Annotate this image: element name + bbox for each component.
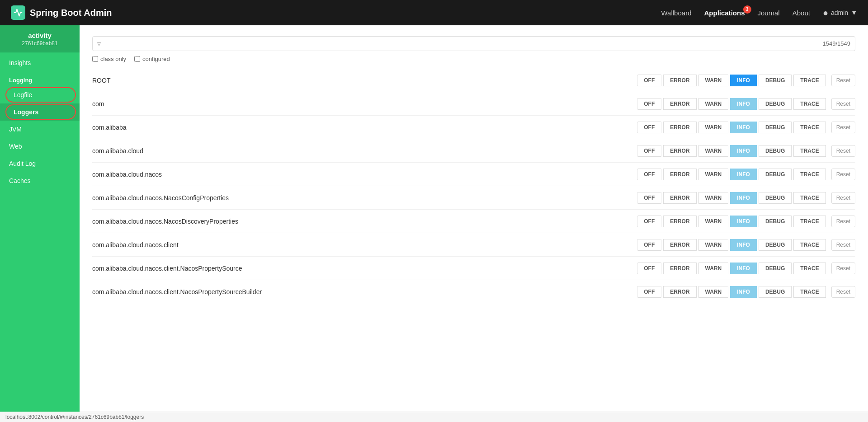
reset-button[interactable]: Reset [831,145,855,157]
configured-checkbox[interactable] [134,56,140,62]
level-btn-trace[interactable]: TRACE [793,122,826,133]
level-btn-info[interactable]: INFO [730,169,757,180]
level-btn-debug[interactable]: DEBUG [759,145,792,157]
logger-row: ROOTOFFERRORWARNINFODEBUGTRACEReset [92,69,855,92]
level-btn-trace[interactable]: TRACE [793,216,826,227]
level-btn-trace[interactable]: TRACE [793,145,826,157]
logger-controls: OFFERRORWARNINFODEBUGTRACEReset [637,286,855,298]
level-btn-off[interactable]: OFF [637,98,661,110]
logger-row: com.alibaba.cloud.nacos.NacosConfigPrope… [92,186,855,210]
level-btn-debug[interactable]: DEBUG [759,122,792,133]
reset-button[interactable]: Reset [831,98,855,110]
class-only-label[interactable]: class only [92,56,126,62]
level-btn-trace[interactable]: TRACE [793,263,826,274]
level-btn-info[interactable]: INFO [730,192,757,204]
level-btn-off[interactable]: OFF [637,216,661,227]
level-btn-info[interactable]: INFO [730,263,757,274]
level-btn-warn[interactable]: WARN [698,239,729,251]
level-btn-warn[interactable]: WARN [698,145,729,157]
reset-button[interactable]: Reset [831,122,855,133]
logger-name: com.alibaba [92,124,637,131]
level-btn-info[interactable]: INFO [730,75,757,86]
sidebar-item-caches[interactable]: Caches [0,172,80,189]
applications-link[interactable]: Applications 3 [704,9,745,17]
level-btn-trace[interactable]: TRACE [793,75,826,86]
reset-button[interactable]: Reset [831,263,855,274]
level-btn-off[interactable]: OFF [637,145,661,157]
reset-button[interactable]: Reset [831,75,855,86]
about-link[interactable]: About [793,9,810,17]
level-btn-debug[interactable]: DEBUG [759,263,792,274]
level-btn-trace[interactable]: TRACE [793,169,826,180]
reset-button[interactable]: Reset [831,239,855,251]
level-btn-trace[interactable]: TRACE [793,192,826,204]
user-menu[interactable]: ● admin ▼ [823,8,857,18]
level-btn-debug[interactable]: DEBUG [759,192,792,204]
level-btn-error[interactable]: ERROR [663,263,696,274]
level-btn-info[interactable]: INFO [730,239,757,251]
level-btn-error[interactable]: ERROR [663,192,696,204]
level-btn-error[interactable]: ERROR [663,145,696,157]
level-btn-off[interactable]: OFF [637,75,661,86]
level-btn-error[interactable]: ERROR [663,169,696,180]
brand: Spring Boot Admin [11,5,112,20]
filter-options: class only configured [92,56,855,62]
sidebar-item-audit-log[interactable]: Audit Log [0,155,80,172]
level-btn-error[interactable]: ERROR [663,216,696,227]
level-btn-error[interactable]: ERROR [663,286,696,298]
sidebar-item-insights[interactable]: Insights [0,54,80,71]
level-btn-off[interactable]: OFF [637,169,661,180]
logger-controls: OFFERRORWARNINFODEBUGTRACEReset [637,239,855,251]
level-btn-off[interactable]: OFF [637,286,661,298]
level-btn-off[interactable]: OFF [637,192,661,204]
level-btn-warn[interactable]: WARN [698,122,729,133]
logger-name: com [92,100,637,108]
level-btn-info[interactable]: INFO [730,122,757,133]
filter-input[interactable] [106,40,817,47]
level-btn-info[interactable]: INFO [730,98,757,110]
configured-label[interactable]: configured [134,56,170,62]
level-btn-debug[interactable]: DEBUG [759,216,792,227]
level-btn-warn[interactable]: WARN [698,286,729,298]
logger-controls: OFFERRORWARNINFODEBUGTRACEReset [637,75,855,86]
wallboard-link[interactable]: Wallboard [661,9,692,17]
sidebar-item-loggers[interactable]: Loggers [0,103,80,121]
level-btn-info[interactable]: INFO [730,216,757,227]
level-btn-debug[interactable]: DEBUG [759,98,792,110]
level-btn-trace[interactable]: TRACE [793,239,826,251]
level-btn-error[interactable]: ERROR [663,98,696,110]
logger-name: com.alibaba.cloud.nacos [92,171,637,178]
level-btn-error[interactable]: ERROR [663,122,696,133]
user-label: admin [831,9,848,16]
level-btn-debug[interactable]: DEBUG [759,169,792,180]
level-btn-off[interactable]: OFF [637,263,661,274]
level-btn-warn[interactable]: WARN [698,263,729,274]
level-btn-warn[interactable]: WARN [698,192,729,204]
class-only-checkbox[interactable] [92,56,98,62]
level-btn-info[interactable]: INFO [730,286,757,298]
level-btn-debug[interactable]: DEBUG [759,239,792,251]
level-btn-error[interactable]: ERROR [663,75,696,86]
filter-count: 1549/1549 [823,40,850,47]
sidebar-item-jvm[interactable]: JVM [0,121,80,138]
level-btn-warn[interactable]: WARN [698,169,729,180]
journal-link[interactable]: Journal [758,9,780,17]
level-btn-error[interactable]: ERROR [663,239,696,251]
sidebar-item-logfile[interactable]: Logfile [0,86,80,103]
reset-button[interactable]: Reset [831,286,855,298]
level-btn-warn[interactable]: WARN [698,98,729,110]
logger-row: com.alibaba.cloud.nacos.NacosDiscoveryPr… [92,210,855,233]
level-btn-off[interactable]: OFF [637,122,661,133]
reset-button[interactable]: Reset [831,216,855,227]
level-btn-debug[interactable]: DEBUG [759,75,792,86]
level-btn-off[interactable]: OFF [637,239,661,251]
reset-button[interactable]: Reset [831,169,855,180]
level-btn-warn[interactable]: WARN [698,75,729,86]
level-btn-warn[interactable]: WARN [698,216,729,227]
level-btn-debug[interactable]: DEBUG [759,286,792,298]
level-btn-trace[interactable]: TRACE [793,286,826,298]
level-btn-info[interactable]: INFO [730,145,757,157]
reset-button[interactable]: Reset [831,192,855,204]
level-btn-trace[interactable]: TRACE [793,98,826,110]
sidebar-item-web[interactable]: Web [0,138,80,155]
